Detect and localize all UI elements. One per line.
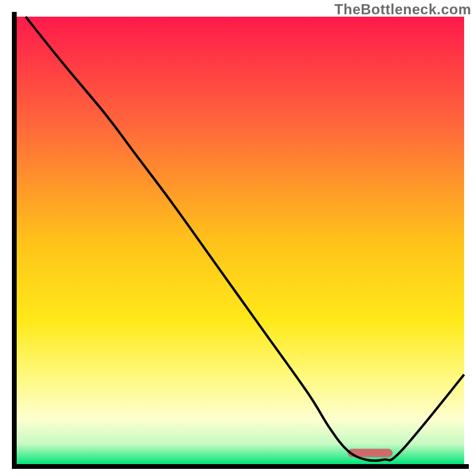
bottleneck-chart: [0, 0, 476, 476]
chart-container: TheBottleneck.com: [0, 0, 476, 476]
watermark-text: TheBottleneck.com: [334, 1, 471, 18]
plot-background: [17, 17, 464, 464]
